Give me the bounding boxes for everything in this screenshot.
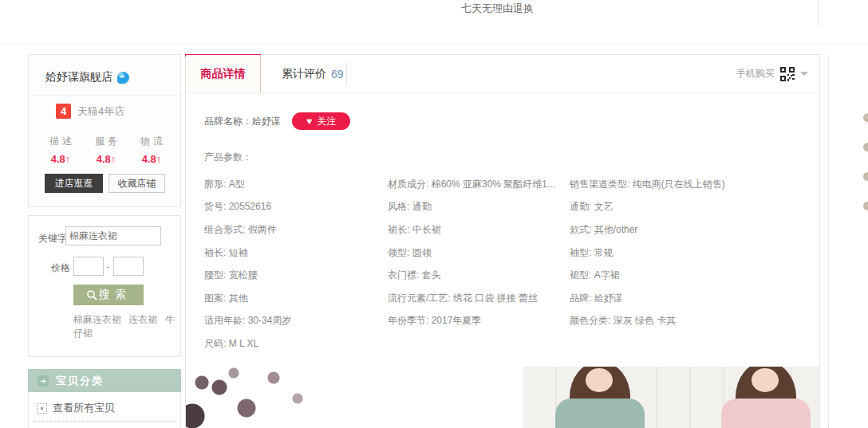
product-image-strip: [186, 367, 819, 428]
rail-nav-dot[interactable]: [863, 202, 868, 210]
param-row: 组合形式: 假两件裙长: 中长裙款式: 其他/other: [204, 218, 811, 241]
dashed-divider: [34, 421, 176, 422]
shop-ratings: 描述 4.8↑ 服务 4.8↑ 物流 4.8↑: [46, 135, 166, 165]
rating-label-logistics: 物流: [140, 135, 166, 148]
shop-info-panel: 姶妤谋旗舰店 4 天猫4年店 描述 4.8↑ 服务 4.8↑ 物流 4.8↑ 进…: [28, 54, 181, 207]
param-cell: 通勤: 文艺: [570, 200, 811, 214]
price-min-input[interactable]: [73, 257, 104, 276]
wangwang-icon[interactable]: [117, 72, 129, 84]
detail-tabbar: 商品详情 累计评价 69 手机购买: [186, 55, 819, 93]
favorite-shop-button[interactable]: 收藏店铺: [108, 174, 165, 193]
hot-search-links: 棉麻连衣裙 连衣裙 牛仔裙: [73, 313, 177, 340]
top-strip: 七天无理由退换: [0, 0, 868, 45]
param-cell: 流行元素/工艺: 绣花 口袋 拼接 蕾丝: [388, 292, 570, 305]
param-cell: 款式: 其他/other: [570, 223, 811, 237]
param-cell: 廓形: A型: [204, 178, 388, 191]
category-header: ➜ 宝贝分类: [28, 369, 181, 392]
follow-brand-button[interactable]: ♥ 关注: [292, 112, 350, 130]
heart-icon: ♥: [306, 116, 312, 126]
divider: [29, 95, 180, 96]
keyword-label: 关键字: [38, 232, 67, 245]
param-cell: 裙型: A字裙: [570, 269, 811, 282]
view-all-items-label: 查看所有宝贝: [53, 401, 115, 415]
shop-search-panel: 关键字 价格 - 搜索 棉麻连衣裙 连衣裙 牛仔裙: [28, 215, 181, 357]
param-cell: 组合形式: 假两件: [204, 223, 388, 237]
param-cell: 年份季节: 2017年夏季: [388, 314, 570, 328]
rail-nav-dot[interactable]: [863, 143, 868, 151]
rating-label-description: 描述: [49, 135, 75, 148]
param-cell: 颜色分类: 深灰 绿色 卡其: [570, 314, 811, 328]
follow-button-label: 关注: [317, 115, 336, 128]
param-row: 腰型: 宽松腰衣门襟: 套头裙型: A字裙: [204, 264, 811, 287]
param-row: 图案: 其他流行元素/工艺: 绣花 口袋 拼接 蕾丝品牌: 姶妤谋: [204, 287, 811, 310]
param-row: 廓形: A型材质成分: 棉60% 亚麻30% 聚酯纤维1...销售渠道类型: 纯…: [204, 173, 811, 196]
mobile-buy[interactable]: 手机购买: [736, 55, 808, 92]
dotted-divider: [346, 62, 347, 85]
tab-reviews-count: 69: [331, 68, 344, 80]
rail-nav-dot[interactable]: [863, 172, 868, 181]
seven-day-return-notice: 七天无理由退换: [461, 2, 534, 16]
param-cell: 风格: 通勤: [388, 200, 570, 214]
search-button-label: 搜索: [99, 288, 131, 302]
brand-row: 品牌名称：姶妤谋 ♥ 关注: [204, 112, 350, 130]
param-row: 袖长: 短袖领型: 圆领袖型: 常规: [204, 241, 811, 265]
rating-value-service: 4.8↑: [92, 153, 120, 165]
chevron-down-icon[interactable]: [800, 72, 808, 76]
param-cell: 适用年龄: 30-34周岁: [204, 314, 388, 328]
keyword-input[interactable]: [65, 226, 161, 245]
model-teal-dress: [555, 367, 645, 428]
model-pink-dress: [721, 367, 811, 428]
param-cell: 尺码: M L XL: [204, 337, 388, 351]
param-cell: 裙长: 中长裙: [388, 223, 570, 237]
param-cell: 销售渠道类型: 纯电商(只在线上销售): [570, 178, 811, 191]
param-row: 尺码: M L XL: [204, 332, 811, 355]
param-cell: 材质成分: 棉60% 亚麻30% 聚酯纤维1...: [388, 178, 570, 191]
hot-link[interactable]: 棉麻连衣裙: [73, 314, 121, 325]
top-divider-line: [818, 0, 819, 27]
param-row: 适用年龄: 30-34周岁年份季节: 2017年夏季颜色分类: 深灰 绿色 卡其: [204, 310, 811, 333]
param-cell: 货号: 20552616: [204, 200, 388, 214]
floral-artwork-image: [186, 367, 368, 428]
param-cell: 腰型: 宽松腰: [204, 269, 388, 282]
search-button[interactable]: 搜索: [73, 285, 144, 305]
view-all-items-link[interactable]: 查看所有宝贝: [37, 401, 115, 415]
product-detail-panel: 商品详情 累计评价 69 手机购买 品牌名称：姶妤谋 ♥ 关注: [185, 54, 820, 428]
dotted-divider-vertical: [828, 54, 829, 428]
params-title: 产品参数：: [204, 151, 252, 164]
models-photo: [523, 367, 819, 428]
price-label: 价格: [51, 261, 70, 275]
tab-product-detail-label: 商品详情: [201, 67, 246, 81]
category-header-title: 宝贝分类: [56, 374, 104, 388]
price-range-separator: -: [106, 261, 109, 273]
tab-reviews[interactable]: 累计评价 69: [261, 55, 365, 92]
param-cell: 袖型: 常规: [570, 246, 811, 260]
tab-product-detail[interactable]: 商品详情: [186, 55, 261, 92]
shop-name[interactable]: 姶妤谋旗舰店: [45, 70, 112, 84]
mobile-buy-label: 手机购买: [736, 67, 775, 80]
all-items-icon: [37, 403, 47, 414]
search-icon: [86, 289, 97, 300]
param-cell: 品牌: 姶妤谋: [570, 292, 811, 305]
hot-link[interactable]: 连衣裙: [128, 314, 157, 325]
rating-value-logistics: 4.8↑: [137, 153, 166, 165]
qr-code-icon: [780, 67, 795, 81]
param-cell: 衣门襟: 套头: [388, 269, 570, 282]
param-cell: 图案: 其他: [204, 292, 388, 305]
price-max-input[interactable]: [113, 257, 144, 276]
param-row: 货号: 20552616风格: 通勤通勤: 文艺: [204, 196, 811, 219]
param-cell: 袖长: 短袖: [204, 246, 388, 260]
brand-label: 品牌名称：: [204, 116, 252, 127]
rating-value-description: 4.8↑: [46, 153, 75, 165]
tmall-years-badge: 4: [56, 104, 71, 119]
tmall-years-label: 天猫4年店: [77, 104, 124, 119]
rating-label-service: 服务: [95, 135, 120, 148]
brand-value[interactable]: 姶妤谋: [252, 116, 281, 127]
arrow-right-icon: ➜: [37, 375, 49, 387]
enter-shop-button[interactable]: 进店逛逛: [45, 174, 103, 193]
param-cell: 领型: 圆领: [388, 246, 570, 260]
category-panel-body: 查看所有宝贝: [28, 392, 181, 428]
params-grid: 廓形: A型材质成分: 棉60% 亚麻30% 聚酯纤维1...销售渠道类型: 纯…: [204, 173, 811, 355]
rail-nav-dot[interactable]: [863, 113, 868, 122]
tab-reviews-label: 累计评价: [282, 67, 326, 81]
